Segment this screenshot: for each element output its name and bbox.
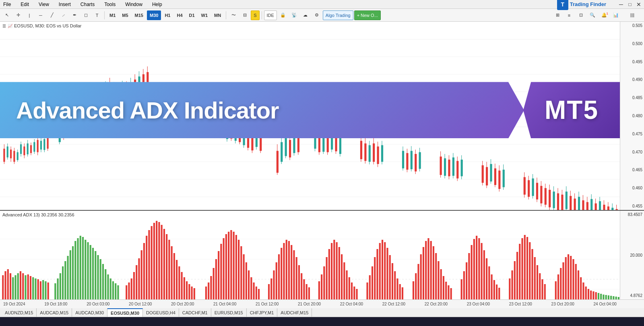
market-watch-btn[interactable]: 📊 bbox=[611, 10, 621, 20]
sym-tab-5[interactable]: CADCHF,M1 bbox=[179, 308, 211, 317]
crosshair-tool[interactable]: ✛ bbox=[13, 10, 23, 20]
tf-m15[interactable]: M15 bbox=[132, 10, 146, 20]
svg-rect-400 bbox=[468, 253, 470, 299]
time-labels: 19 Oct 2024 19 Oct 18:00 20 Oct 03:00 20… bbox=[0, 300, 620, 308]
settings-btn[interactable]: ⚙ bbox=[312, 10, 322, 20]
menu-edit[interactable]: Edit bbox=[19, 1, 31, 8]
svg-rect-419 bbox=[524, 235, 526, 299]
chart-window-btn[interactable]: ⊡ bbox=[576, 10, 586, 20]
new-order-btn[interactable]: + New O... bbox=[354, 10, 381, 20]
svg-rect-293 bbox=[151, 226, 153, 299]
text-tool[interactable]: T bbox=[92, 10, 102, 20]
svg-rect-422 bbox=[531, 249, 533, 299]
svg-rect-306 bbox=[184, 277, 185, 299]
chart-type-s[interactable]: S bbox=[251, 10, 259, 20]
chart-type-line[interactable]: 〜 bbox=[228, 10, 239, 20]
svg-rect-421 bbox=[529, 242, 530, 299]
cloud-btn[interactable]: ☁ bbox=[300, 10, 311, 20]
adx-right-axis: 83.4507 20.000 4.8762 bbox=[620, 211, 644, 299]
svg-rect-412 bbox=[498, 288, 500, 299]
tf-m1[interactable]: M1 bbox=[107, 10, 118, 20]
svg-rect-388 bbox=[430, 241, 432, 299]
sym-tab-2[interactable]: AUDCAD,M30 bbox=[72, 308, 107, 317]
chart-type-bar[interactable]: ⊟ bbox=[239, 10, 250, 20]
svg-rect-367 bbox=[369, 275, 371, 299]
sym-tab-4[interactable]: DOGEUSD,H4 bbox=[143, 308, 179, 317]
svg-rect-401 bbox=[471, 245, 473, 299]
tf-mn[interactable]: MN bbox=[211, 10, 224, 20]
svg-rect-437 bbox=[578, 270, 579, 299]
svg-rect-348 bbox=[306, 284, 308, 299]
line-tool[interactable]: | bbox=[24, 10, 35, 20]
svg-rect-136 bbox=[331, 132, 333, 150]
svg-rect-247 bbox=[25, 275, 26, 299]
indicator2-btn[interactable]: ≡ bbox=[564, 10, 574, 20]
svg-rect-321 bbox=[230, 230, 232, 299]
channel-tool[interactable]: ⟋ bbox=[58, 10, 68, 20]
menu-tools[interactable]: Tools bbox=[103, 1, 117, 8]
svg-rect-385 bbox=[423, 247, 424, 299]
notification-btn[interactable]: 🔔1 bbox=[599, 10, 609, 20]
lock-btn[interactable]: 🔒 bbox=[278, 10, 288, 20]
time-axis: 19 Oct 2024 19 Oct 18:00 20 Oct 03:00 20… bbox=[0, 299, 644, 308]
time-label-10: 22 Oct 20:00 bbox=[425, 302, 448, 306]
menu-insert[interactable]: Insert bbox=[57, 1, 72, 8]
maximize-btn[interactable]: □ bbox=[626, 1, 634, 8]
candle-chart[interactable] bbox=[0, 22, 620, 210]
tf-h4[interactable]: H4 bbox=[174, 10, 185, 20]
tf-m30[interactable]: M30 bbox=[147, 10, 161, 20]
time-label-1: 19 Oct 18:00 bbox=[44, 302, 67, 306]
adx-panel[interactable]: Advanced ADX 13) 30.2356 30.2356 bbox=[0, 211, 644, 299]
radio-btn[interactable]: 📡 bbox=[289, 10, 299, 20]
cursor-tool[interactable]: ↖ bbox=[2, 10, 12, 20]
svg-rect-250 bbox=[32, 277, 34, 299]
minimize-btn[interactable]: ─ bbox=[617, 1, 625, 8]
svg-rect-294 bbox=[153, 223, 155, 299]
menu-file[interactable]: File bbox=[2, 1, 12, 8]
shapes-tool[interactable]: ◻ bbox=[80, 10, 91, 20]
ide-btn[interactable]: IDE bbox=[264, 10, 277, 20]
tf-h1[interactable]: H1 bbox=[162, 10, 173, 20]
trendline-tool[interactable]: ╱ bbox=[47, 10, 57, 20]
menu-window[interactable]: Window bbox=[124, 1, 144, 8]
svg-rect-276 bbox=[102, 264, 104, 299]
indicator-btn[interactable]: ⊞ bbox=[552, 10, 563, 20]
menu-view[interactable]: View bbox=[37, 1, 51, 8]
svg-rect-372 bbox=[382, 240, 383, 299]
price-level-10: 0.460 bbox=[622, 186, 642, 190]
pen-tool[interactable]: ✒ bbox=[69, 10, 80, 20]
time-label-3: 20 Oct 12:00 bbox=[129, 302, 152, 306]
zoom-input[interactable]: |||| bbox=[622, 10, 642, 20]
svg-rect-439 bbox=[582, 282, 584, 299]
svg-rect-245 bbox=[20, 271, 21, 299]
menu-help[interactable]: Help bbox=[151, 1, 164, 8]
close-btn[interactable]: ✕ bbox=[635, 1, 642, 8]
sym-tab-7[interactable]: CHFJPY,M1 bbox=[247, 308, 278, 317]
svg-rect-438 bbox=[580, 277, 582, 299]
svg-rect-273 bbox=[95, 251, 96, 299]
svg-rect-341 bbox=[288, 241, 290, 299]
svg-rect-363 bbox=[351, 282, 353, 299]
svg-rect-342 bbox=[291, 245, 292, 299]
search-btn[interactable]: 🔍 bbox=[587, 10, 598, 20]
menu-charts[interactable]: Charts bbox=[79, 1, 96, 8]
svg-rect-269 bbox=[85, 240, 86, 299]
svg-rect-447 bbox=[603, 295, 604, 299]
svg-rect-382 bbox=[415, 273, 417, 299]
price-level-9: 0.465 bbox=[622, 168, 642, 172]
algo-trading-btn[interactable]: Algo Trading bbox=[323, 10, 353, 20]
svg-rect-380 bbox=[402, 287, 403, 299]
hline-tool[interactable]: ─ bbox=[35, 10, 46, 20]
tf-d1[interactable]: D1 bbox=[186, 10, 198, 20]
svg-rect-434 bbox=[570, 256, 572, 299]
svg-rect-248 bbox=[27, 274, 29, 299]
sym-tab-3[interactable]: EOSUSD,M30 bbox=[107, 308, 143, 317]
sym-tab-8[interactable]: AUDCHF,M15 bbox=[277, 308, 312, 317]
sym-tab-0[interactable]: AUDNZD,M15 bbox=[2, 308, 37, 317]
svg-rect-446 bbox=[600, 294, 602, 299]
tf-m5[interactable]: M5 bbox=[119, 10, 131, 20]
tf-w1[interactable]: W1 bbox=[198, 10, 211, 20]
price-panel[interactable]: ☰ 📈 EOSUSD, M30: EOS vs US Dollar bbox=[0, 22, 644, 211]
sym-tab-1[interactable]: AUDCAD,M15 bbox=[37, 308, 72, 317]
sym-tab-6[interactable]: EURUSD,M15 bbox=[211, 308, 247, 317]
